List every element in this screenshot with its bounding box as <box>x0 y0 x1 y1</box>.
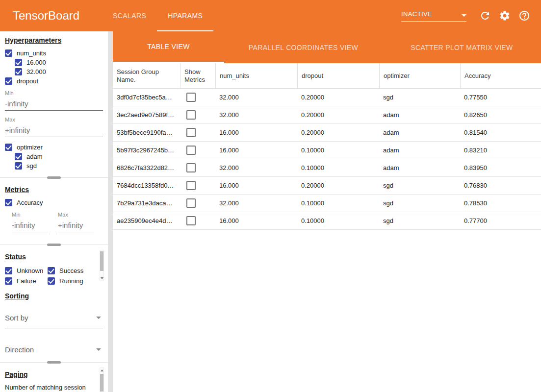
accuracy-value: 0.77550 <box>460 94 541 101</box>
table-row: ae235909ec4e4d… 16.000 0.10000 sgd 0.777… <box>113 212 541 230</box>
status-scrollbar[interactable] <box>100 250 104 281</box>
metric-min-input[interactable] <box>12 221 48 232</box>
dropout-checkbox[interactable] <box>5 77 12 85</box>
dropout-value: 0.10000 <box>297 147 379 154</box>
show-metrics-cell <box>180 128 215 137</box>
session-group-name: 5b97f3c2967245b… <box>113 147 180 154</box>
status-heading: Status <box>5 253 103 261</box>
col-num-units: num_units <box>215 63 297 88</box>
metric-max-input[interactable] <box>58 221 94 232</box>
session-group-name: 3ec2aed9e07589f… <box>113 111 180 119</box>
session-group-name: 7b29a731e3daca… <box>113 199 180 207</box>
metric-min-max: Min Max <box>5 212 103 232</box>
section-resize-handle[interactable] <box>47 361 61 364</box>
show-metrics-cell <box>180 93 215 102</box>
show-metrics-checkbox[interactable] <box>186 181 196 190</box>
col-accuracy: Accuracy <box>460 63 541 88</box>
tab-scalars[interactable]: SCALARS <box>102 0 157 31</box>
col-show-metrics: Show Metrics <box>180 63 215 88</box>
dropout-min-label: Min <box>5 90 103 96</box>
hyperparameters-section: Hyperparameters num_units 16.000 32.000 … <box>0 31 108 175</box>
sorting-heading: Sorting <box>5 292 103 300</box>
show-metrics-checkbox[interactable] <box>186 198 196 208</box>
optimizer-value: sgd <box>379 199 460 207</box>
tab-scatter-plot-matrix-view[interactable]: SCATTER PLOT MATRIX VIEW <box>383 31 541 63</box>
reload-mode-select[interactable]: INACTIVE <box>401 10 466 22</box>
dashboard-tabs: SCALARS HPARAMS <box>102 0 213 31</box>
value-adam-checkbox[interactable] <box>15 153 22 160</box>
table-row: 5b97f3c2967245b… 16.000 0.10000 adam 0.8… <box>113 142 541 159</box>
accuracy-value: 0.83210 <box>460 147 541 154</box>
status-failure-row: Failure <box>5 277 48 285</box>
metric-row-accuracy: Accuracy <box>5 198 103 207</box>
scroll-up-button[interactable] <box>100 368 103 373</box>
status-success-row: Success <box>48 267 92 275</box>
section-resize-handle[interactable] <box>47 176 61 179</box>
dropout-min-input[interactable] <box>5 99 103 111</box>
scrollbar-thumb[interactable] <box>100 251 103 271</box>
table-row: 53bf5bece9190fa… 16.000 0.20000 adam 0.8… <box>113 124 541 142</box>
sort-by-value: Sort by <box>5 314 28 322</box>
value-sgd-label: sgd <box>26 162 37 170</box>
reload-mode-value: INACTIVE <box>401 10 432 18</box>
app-title: TensorBoard <box>13 9 79 23</box>
status-failure-checkbox[interactable] <box>5 277 12 285</box>
status-and-sorting-section: Status Unknown Success Failure Running <box>0 248 108 360</box>
settings-button[interactable] <box>499 10 511 22</box>
status-unknown-checkbox[interactable] <box>5 267 12 274</box>
chevron-down-icon <box>96 348 101 351</box>
view-tabs: TABLE VIEW PARALLEL COORDINATES VIEW SCA… <box>113 31 541 63</box>
section-resize-handle[interactable] <box>47 244 61 246</box>
show-metrics-checkbox[interactable] <box>186 110 196 120</box>
matching-groups-text: Number of matching session groups: 8 <box>5 383 93 392</box>
value-sgd-checkbox[interactable] <box>15 162 22 170</box>
optimizer-value: sgd <box>379 94 460 101</box>
tab-hparams[interactable]: HPARAMS <box>157 0 213 31</box>
dropout-value: 0.10000 <box>297 217 379 224</box>
paging-scrollbar[interactable] <box>100 368 104 392</box>
tab-parallel-coordinates-view[interactable]: PARALLEL COORDINATES VIEW <box>224 31 383 63</box>
show-metrics-checkbox[interactable] <box>186 146 196 155</box>
status-running-checkbox[interactable] <box>48 277 55 285</box>
direction-value: Direction <box>5 345 34 354</box>
scroll-down-button[interactable] <box>100 276 103 281</box>
section-divider <box>0 360 108 366</box>
show-metrics-checkbox[interactable] <box>186 93 196 102</box>
metric-max-field: Max <box>58 212 94 232</box>
show-metrics-checkbox[interactable] <box>186 216 196 225</box>
direction-select[interactable]: Direction <box>5 345 103 360</box>
dropout-min-field: Min <box>5 90 103 111</box>
optimizer-label: optimizer <box>17 144 43 151</box>
help-button[interactable] <box>518 10 530 22</box>
value-32-label: 32.000 <box>26 68 46 75</box>
num-units-checkbox[interactable] <box>5 49 12 57</box>
optimizer-value: adam <box>379 147 460 154</box>
refresh-button[interactable] <box>479 10 491 22</box>
show-metrics-checkbox[interactable] <box>186 163 196 172</box>
chevron-down-icon <box>462 14 466 17</box>
optimizer-value: adam <box>379 164 460 172</box>
value-32-checkbox[interactable] <box>15 68 22 75</box>
dropout-value: 0.20000 <box>297 129 379 136</box>
scrollbar-thumb[interactable] <box>100 374 103 392</box>
tab-table-view[interactable]: TABLE VIEW <box>113 31 224 63</box>
accuracy-value: 0.76830 <box>460 182 541 189</box>
value-16-checkbox[interactable] <box>15 59 22 66</box>
num-units-value: 16.000 <box>215 129 297 136</box>
num-units-value: 16.000 <box>215 147 297 154</box>
dropout-value: 0.20000 <box>297 111 379 119</box>
num-units-value: 16.000 <box>215 182 297 189</box>
metrics-section: Metrics Accuracy Min Max <box>0 181 108 242</box>
optimizer-value: sgd <box>379 217 460 224</box>
accuracy-value: 0.81540 <box>460 129 541 136</box>
show-metrics-checkbox[interactable] <box>186 128 196 137</box>
metric-min-field: Min <box>12 212 48 232</box>
table-row: 7b29a731e3daca… 32.000 0.10000 sgd 0.785… <box>113 195 541 212</box>
optimizer-checkbox[interactable] <box>5 144 12 151</box>
hyperparameters-heading: Hyperparameters <box>5 36 103 44</box>
dropout-max-input[interactable] <box>5 126 103 137</box>
status-success-checkbox[interactable] <box>48 267 55 274</box>
sort-by-select[interactable]: Sort by <box>5 314 103 328</box>
optimizer-value: adam <box>379 111 460 119</box>
accuracy-checkbox[interactable] <box>5 199 12 206</box>
